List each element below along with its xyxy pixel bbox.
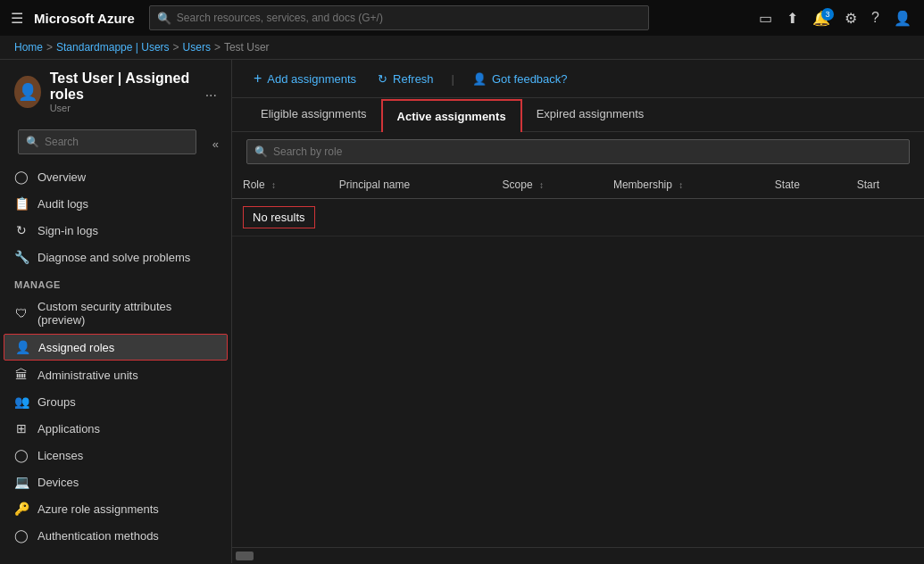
col-role[interactable]: Role ↕ [232,171,329,199]
main-content: + Add assignments ↻ Refresh | 👤 Got feed… [232,60,924,563]
azure-roles-icon: 🔑 [14,502,29,516]
sidebar-item-label: Assigned roles [38,341,114,354]
col-membership[interactable]: Membership ↕ [603,171,764,199]
assigned-roles-icon: 👤 [15,340,29,354]
sidebar-item-licenses[interactable]: ◯ Licenses [0,442,231,469]
user-info: Test User | Assigned roles User [50,70,196,113]
sidebar-item-label: Azure role assignments [37,502,159,516]
sidebar-item-label: Applications [37,422,100,435]
sidebar-item-azure-roles[interactable]: 🔑 Azure role assignments [0,495,231,522]
sidebar-search[interactable]: 🔍 [18,129,196,154]
sidebar-item-signin-logs[interactable]: ↻ Sign-in logs [0,217,231,244]
sidebar-item-overview[interactable]: ◯ Overview [0,163,231,190]
hamburger-icon[interactable]: ☰ [7,6,27,30]
page-title: Test User | Assigned roles [50,70,196,103]
signin-logs-icon: ↻ [14,223,29,237]
col-start[interactable]: Start [846,171,924,199]
sidebar-collapse-button[interactable]: « [207,137,224,151]
sidebar-item-label: Authentication methods [37,529,159,543]
refresh-button[interactable]: ↻ Refresh [370,69,441,89]
horizontal-scrollbar[interactable] [232,547,924,563]
breadcrumb-users[interactable]: Users [183,41,211,54]
col-scope[interactable]: Scope ↕ [492,171,603,199]
sidebar-item-label: Administrative units [37,369,138,382]
scroll-thumb[interactable] [236,552,254,560]
brand-label: Microsoft Azure [34,11,135,26]
refresh-icon: ↻ [378,72,387,86]
sidebar-search-icon: 🔍 [26,136,39,148]
tabs: Eligible assignments Active assignments … [232,98,924,132]
sidebar-item-label: Devices [37,476,79,489]
no-results-label: No results [243,206,315,228]
breadcrumb-standardmappe[interactable]: Standardmappe | Users [56,41,170,54]
groups-icon: 👥 [14,394,29,409]
role-search-input[interactable] [273,145,902,158]
global-search[interactable]: 🔍 [149,5,649,30]
admin-units-icon: 🏛 [14,368,29,382]
toolbar-divider: | [452,72,454,86]
col-principal[interactable]: Principal name [329,171,492,199]
sidebar-item-label: Groups [37,395,76,409]
sidebar-item-diagnose[interactable]: 🔧 Diagnose and solve problems [0,244,231,270]
feedback-button[interactable]: 👤 Got feedback? [465,69,575,89]
sidebar-item-label: Overview [37,170,86,184]
tab-expired[interactable]: Expired assignments [522,98,659,131]
sidebar-item-admin-units[interactable]: 🏛 Administrative units [0,361,231,388]
role-search-icon: 🔍 [254,145,268,158]
sort-scope-icon: ↕ [539,180,544,190]
col-state[interactable]: State [764,171,846,199]
user-header: 👤 Test User | Assigned roles User ... [0,60,231,124]
cloud-shell-icon[interactable]: ▭ [753,6,778,30]
sidebar-item-assigned-roles[interactable]: 👤 Assigned roles [4,334,228,361]
sidebar-item-custom-security[interactable]: 🛡 Custom security attributes (preview) [0,294,231,333]
sidebar-item-applications[interactable]: ⊞ Applications [0,415,231,442]
overview-icon: ◯ [14,170,29,184]
sidebar-item-auth-methods[interactable]: ◯ Authentication methods [0,522,231,549]
feedback-icon: 👤 [472,72,487,86]
more-options-button[interactable]: ... [205,84,217,100]
sort-role-icon: ↕ [271,180,276,190]
auth-methods-icon: ◯ [14,528,29,543]
sidebar-item-groups[interactable]: 👥 Groups [0,388,231,415]
notification-badge: 3 [821,8,834,21]
tab-eligible[interactable]: Eligible assignments [246,98,381,131]
toolbar: + Add assignments ↻ Refresh | 👤 Got feed… [232,60,924,98]
manage-section-header: Manage [0,270,231,294]
breadcrumb: Home > Standardmappe | Users > Users > T… [0,36,924,60]
settings-icon[interactable]: ⚙ [839,6,862,30]
add-icon: + [254,70,262,87]
breadcrumb-sep1: > [46,41,53,54]
user-subtitle: User [50,103,196,113]
sidebar-search-input[interactable] [45,136,188,148]
avatar: 👤 [14,76,41,108]
search-icon: 🔍 [157,12,171,25]
sort-membership-icon: ↕ [678,180,683,190]
no-results-container: No results [243,206,913,228]
diagnose-icon: 🔧 [14,250,29,264]
sidebar-item-label: Custom security attributes (preview) [37,300,217,327]
global-search-input[interactable] [177,12,641,24]
breadcrumb-home[interactable]: Home [14,41,43,54]
breadcrumb-current: Test User [224,41,270,54]
account-icon[interactable]: 👤 [888,6,917,30]
sidebar-item-label: Diagnose and solve problems [37,251,190,264]
help-icon[interactable]: ? [866,6,885,29]
applications-icon: ⊞ [14,421,29,435]
add-assignments-button[interactable]: + Add assignments [246,67,363,90]
licenses-icon: ◯ [14,448,29,462]
tab-active[interactable]: Active assignments [381,99,522,132]
audit-logs-icon: 📋 [14,196,29,211]
role-search[interactable]: 🔍 [246,139,910,164]
portal-icon[interactable]: ⬆ [781,6,803,30]
sidebar-item-devices[interactable]: 💻 Devices [0,469,231,495]
custom-security-icon: 🛡 [14,306,29,320]
sidebar-item-audit-logs[interactable]: 📋 Audit logs [0,190,231,217]
breadcrumb-sep3: > [214,41,221,54]
sidebar-item-label: Audit logs [37,197,88,211]
topbar-icons: ▭ ⬆ 🔔 3 ⚙ ? 👤 [753,6,917,30]
devices-icon: 💻 [14,475,29,489]
table-container: Role ↕ Principal name Scope ↕ Membership [232,171,924,547]
sidebar-item-label: Licenses [37,449,83,462]
layout: 👤 Test User | Assigned roles User ... 🔍 … [0,60,924,563]
notification-icon[interactable]: 🔔 3 [807,6,836,30]
